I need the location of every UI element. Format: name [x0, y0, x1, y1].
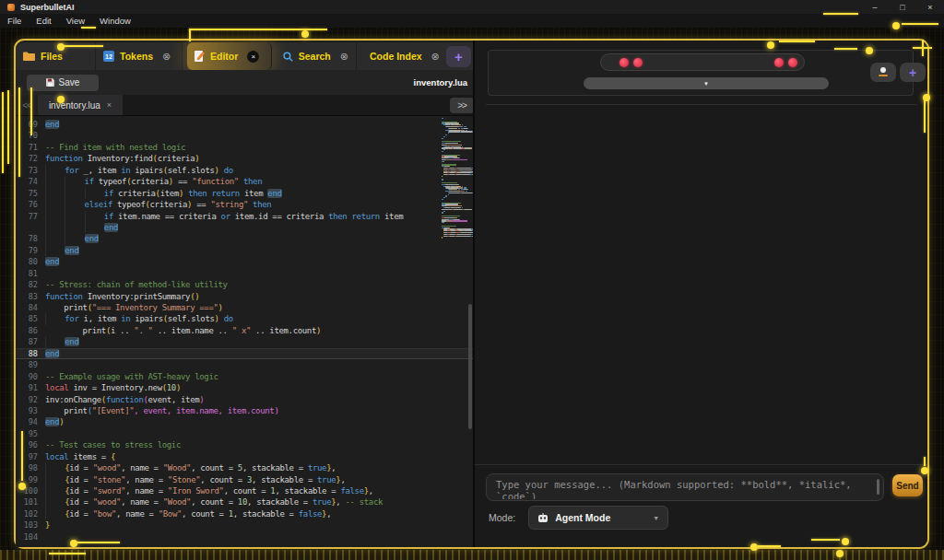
panel-dropdown[interactable]: ▼	[584, 77, 829, 89]
code-line[interactable]: 70	[16, 130, 473, 141]
minimap-token	[445, 134, 447, 135]
menu-view[interactable]: View	[59, 16, 92, 26]
tab-editor[interactable]: Editor ×	[187, 42, 272, 70]
code-line[interactable]: 88end	[16, 348, 473, 359]
code-token: , count =	[191, 497, 238, 507]
editor-file-tab-close-icon[interactable]: ×	[107, 100, 112, 110]
code-line[interactable]: 95	[16, 428, 473, 439]
tab-code-index-close-icon[interactable]: ⊗	[431, 51, 440, 63]
minimap-row	[442, 239, 473, 239]
code-line[interactable]: 99 {id = "stone", name = "Stone", count …	[16, 474, 473, 485]
line-number: 85	[16, 313, 45, 324]
code-line[interactable]: 78 end	[16, 233, 473, 244]
minimap-token	[442, 212, 443, 213]
code-line[interactable]: 71-- Find item with nested logic	[16, 142, 473, 153]
code-line[interactable]: 69end	[16, 119, 473, 130]
mode-dropdown[interactable]: Agent Mode ▼	[528, 506, 668, 530]
code-line[interactable]: 91local inv = Inventory.new(10)	[16, 382, 473, 393]
code-line[interactable]: 90-- Example usage with AST-heavy logic	[16, 371, 473, 382]
code-line[interactable]: 104	[16, 531, 473, 542]
code-editor[interactable]: 69end7071-- Find item with nested logic7…	[16, 116, 473, 547]
editor-scrollbar[interactable]	[468, 304, 472, 429]
tab-tokens-close-icon[interactable]: ⊗	[162, 51, 171, 63]
code-token: local	[45, 383, 68, 392]
code-line[interactable]: 100 {id = "sword", name = "Iron Sword", …	[16, 485, 473, 496]
minimize-button[interactable]: –	[861, 0, 889, 14]
menu-window[interactable]: Window	[92, 16, 138, 26]
minimap-token	[442, 179, 443, 180]
code-line[interactable]: 101 {id = "wood", name = "Wood", count =…	[16, 496, 473, 508]
code-line-text: -- Find item with nested logic	[45, 142, 185, 153]
minimap-token	[442, 138, 443, 139]
code-line[interactable]: 102 {id = "bow", name = "Bow", count = 1…	[16, 508, 473, 519]
minimap[interactable]	[439, 118, 473, 240]
code-token: " x"	[232, 326, 251, 335]
indent-guide	[45, 199, 65, 210]
code-line[interactable]: end	[16, 222, 473, 233]
code-line[interactable]: 80end	[16, 256, 473, 267]
minimap-token	[448, 194, 450, 195]
code-line[interactable]: 103}	[16, 519, 473, 531]
code-line[interactable]: 82-- Stress: chain of method-like utilit…	[16, 279, 473, 290]
code-token: ,	[331, 463, 336, 472]
code-line[interactable]: 97local items = {	[16, 451, 473, 462]
tab-search-close-icon[interactable]: ⊗	[340, 51, 348, 63]
chevron-down-icon: ▼	[703, 81, 709, 87]
profile-button[interactable]	[870, 63, 896, 82]
save-button[interactable]: Save	[27, 75, 99, 91]
minimap-token	[443, 149, 445, 150]
code-line[interactable]: 86 print(i .. ". " .. item.name .. " x" …	[16, 325, 473, 336]
add-session-button[interactable]: +	[900, 63, 926, 82]
code-line[interactable]: 93 print("[Event]", event, item.name, it…	[16, 405, 473, 416]
circuit-line	[2, 92, 4, 173]
line-number: 83	[16, 291, 45, 302]
scroll-tabs-left-button[interactable]: <<	[16, 95, 38, 115]
menu-edit[interactable]: Edit	[29, 16, 58, 26]
tab-files[interactable]: Files	[16, 42, 96, 70]
minimap-token	[442, 237, 442, 238]
tab-search[interactable]: Search ⊗	[276, 42, 357, 70]
code-line[interactable]: 72function Inventory:find(criteria)	[16, 153, 473, 164]
editor-file-tab[interactable]: inventory.lua ×	[38, 95, 123, 115]
code-line[interactable]: 92inv:onChange(function(event, item)	[16, 394, 473, 405]
code-line[interactable]: 94end)	[16, 416, 473, 427]
code-line[interactable]: 77 if item.name == criteria or item.id =…	[16, 211, 473, 222]
code-line[interactable]: 81	[16, 268, 473, 279]
menu-file[interactable]: File	[0, 16, 29, 26]
line-number: 101	[16, 496, 45, 508]
code-line[interactable]: 75 if criteria(item) then return item en…	[16, 188, 473, 199]
save-icon	[46, 78, 54, 87]
minimap-token	[442, 151, 443, 152]
code-token: return	[352, 212, 380, 221]
code-token: 10	[167, 383, 176, 392]
send-button[interactable]: Send	[892, 474, 923, 496]
code-line[interactable]: 96-- Test cases to stress logic	[16, 439, 473, 450]
line-number: 102	[16, 508, 45, 519]
line-number: 91	[16, 382, 45, 393]
close-button[interactable]: ×	[916, 0, 944, 14]
code-line[interactable]: 83function Inventory:printSummary()	[16, 291, 473, 302]
code-line-text: function Inventory:printSummary()	[45, 291, 199, 302]
code-line[interactable]: 85 for i, item in ipairs(self.slots) do	[16, 313, 473, 324]
code-token: end	[65, 246, 78, 255]
code-line[interactable]: 74 if typeof(criteria) == "function" the…	[16, 176, 473, 187]
tab-code-index-label: Code Index	[370, 51, 422, 62]
tab-code-index[interactable]: Code Index ⊗	[357, 42, 439, 70]
code-line[interactable]: 76 elseif typeof(criteria) == "string" t…	[16, 199, 473, 210]
tab-editor-close-icon[interactable]: ×	[247, 51, 259, 63]
tab-tokens[interactable]: 12 Tokens ⊗	[96, 42, 183, 70]
add-tab-button[interactable]: +	[446, 46, 471, 67]
code-line[interactable]: 79 end	[16, 245, 473, 256]
window-controls: – □ ×	[861, 0, 944, 14]
code-line[interactable]: 84 print("=== Inventory Summary ===")	[16, 302, 473, 313]
code-line[interactable]: 98 {id = "wood", name = "Wood", count = …	[16, 462, 473, 473]
scroll-tabs-right-button[interactable]: >>	[450, 98, 474, 113]
code-token: local	[45, 452, 68, 461]
maximize-button[interactable]: □	[889, 0, 916, 14]
code-line[interactable]: 73 for _, item in ipairs(self.slots) do	[16, 165, 473, 176]
code-line[interactable]: 87 end	[16, 336, 473, 347]
code-line[interactable]: 89	[16, 359, 473, 370]
input-scrollbar[interactable]	[877, 479, 879, 495]
svg-text:12: 12	[105, 53, 112, 60]
message-input[interactable]: Type your message... (Markdown supported…	[486, 473, 884, 501]
